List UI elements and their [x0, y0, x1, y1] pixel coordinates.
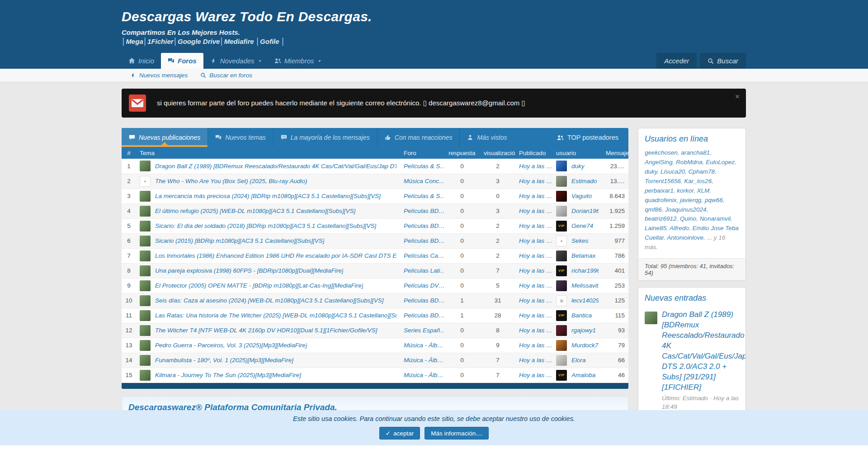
online-user-link[interactable]: javierqg — [680, 197, 701, 203]
close-icon[interactable]: × — [735, 92, 740, 101]
published-link[interactable]: Hoy a las … — [519, 237, 552, 244]
topic-link[interactable]: Seis días: Caza al asesino (2024) [WEB-D… — [155, 297, 384, 304]
subnav-link-buscar-en-foros[interactable]: Buscar en foros — [200, 72, 252, 79]
user-link[interactable]: Sekes — [571, 237, 589, 244]
online-user-link[interactable]: Kar_los26 — [684, 178, 712, 184]
online-user-link[interactable]: Laine85 — [645, 225, 666, 232]
online-user-link[interactable]: beatriz6912 — [645, 215, 677, 222]
forum-link[interactable]: Películas BD… — [404, 312, 444, 319]
published-link[interactable]: Hoy a las … — [519, 327, 552, 334]
more-info-button[interactable]: Más información.... — [425, 427, 489, 440]
tab-nuevas-publicaciones[interactable]: Nuevas publicaciones — [122, 128, 208, 147]
online-user-link[interactable]: duky — [645, 168, 657, 175]
user-link[interactable]: lecv140291 — [571, 297, 599, 304]
published-link[interactable]: Hoy a las … — [519, 222, 552, 229]
user-link[interactable]: Gene74 — [571, 222, 593, 229]
forum-link[interactable]: Música Conc… — [404, 178, 444, 184]
online-user-link[interactable]: XLM — [697, 187, 710, 194]
user-link[interactable]: Dorian1965 — [571, 208, 599, 214]
online-user-link[interactable]: Antonioinlove — [667, 234, 703, 241]
online-user-link[interactable]: quadrofenix — [645, 197, 677, 203]
nav-tab-foros[interactable]: Foros — [161, 53, 203, 69]
user-link[interactable]: duky — [571, 163, 585, 170]
online-user-link[interactable]: geekchosen — [645, 149, 678, 156]
forum-link[interactable]: Películas BD… — [404, 208, 444, 214]
online-user-link[interactable]: Cpham78 — [689, 168, 715, 175]
tab-nuevos-temas[interactable]: Nuevos temas — [208, 128, 273, 147]
user-link[interactable]: Amaloba — [571, 372, 595, 378]
topic-link[interactable]: La mercancía más preciosa (2024) [BDRip … — [155, 193, 381, 199]
user-link[interactable]: Betamax — [571, 252, 595, 259]
topic-link[interactable]: The Who - Who Are You (Box Set) (2025, B… — [155, 178, 307, 184]
published-link[interactable]: Hoy a las … — [519, 208, 552, 214]
topic-link[interactable]: Dragon Ball Z (1989) [BDRemux Reescalado… — [155, 163, 396, 170]
forum-link[interactable]: Películas Ca… — [404, 252, 444, 259]
tab-top-posteadores[interactable]: TOP posteadores — [547, 128, 628, 147]
online-user-link[interactable]: Nonaramvil — [700, 215, 731, 222]
published-link[interactable]: Hoy a las … — [519, 282, 552, 289]
topic-link[interactable]: Los Inmortales (1986) Enhanced Edition 1… — [155, 252, 396, 259]
published-link[interactable]: Hoy a las … — [519, 267, 552, 274]
forum-link[interactable]: Películas BD… — [404, 222, 444, 229]
forum-link[interactable]: Películas & S… — [404, 193, 444, 199]
published-link[interactable]: Hoy a las … — [519, 252, 552, 259]
user-link[interactable]: Estimado — [571, 178, 597, 184]
user-link[interactable]: richar1996 — [571, 267, 599, 274]
online-user-link[interactable]: qmf86 — [645, 206, 662, 213]
forum-link[interactable]: Películas BD… — [404, 237, 444, 244]
online-user-link[interactable]: arancha81 — [681, 149, 710, 156]
forum-link[interactable]: Series Españ… — [404, 327, 444, 334]
nav-tab-inicio[interactable]: Inicio — [122, 53, 161, 69]
forum-link[interactable]: Películas BD… — [404, 297, 444, 304]
topic-link[interactable]: Las Ratas: Una historia de The Witcher (… — [155, 312, 396, 319]
nav-tab-novedades[interactable]: Novedades▾ — [203, 53, 268, 69]
topic-link[interactable]: Funambulista - 180º, Vol. 1 (2025)[Mp3][… — [155, 357, 293, 364]
online-user-link[interactable]: pqw66 — [705, 197, 723, 203]
online-user-link[interactable]: Lisuca20 — [660, 168, 685, 175]
tab-con-mas-reacciones[interactable]: Con mas reacciones — [377, 128, 460, 147]
topic-link[interactable]: Una pareja explosiva (1998) 60FPS - [BDR… — [155, 267, 343, 274]
tab-más-vistos[interactable]: Más vistos — [459, 128, 514, 147]
accept-cookies-button[interactable]: ✓ aceptar — [379, 427, 420, 440]
online-user-link[interactable]: EuloLopez — [706, 159, 735, 165]
published-link[interactable]: Hoy a las … — [519, 178, 552, 184]
published-link[interactable]: Hoy a las … — [519, 297, 552, 304]
online-user-link[interactable]: Joaquinus2024 — [665, 206, 707, 213]
online-user-link[interactable]: Quino — [680, 215, 696, 222]
login-button[interactable]: Acceder — [656, 53, 697, 69]
published-link[interactable]: Hoy a las … — [519, 312, 552, 319]
published-link[interactable]: Hoy a las … — [519, 163, 552, 170]
topic-link[interactable]: Sicario (2015) [BDRip m1080p][AC3 5.1 Ca… — [155, 237, 324, 244]
online-user-link[interactable]: Torrent15656 — [645, 178, 681, 184]
forum-link[interactable]: Música - Álb… — [404, 342, 443, 349]
topic-link[interactable]: Sicario: El día del soldado (2018) [BDRi… — [155, 222, 376, 229]
user-link[interactable]: Elora — [571, 357, 586, 364]
online-user-link[interactable]: perbaixar1 — [645, 187, 674, 194]
published-link[interactable]: Hoy a las … — [519, 372, 552, 378]
forum-link[interactable]: Películas DV… — [404, 282, 444, 289]
tab-la-mayoría-de-los-mensajes[interactable]: La mayoría de los mensajes — [273, 128, 377, 147]
forum-link[interactable]: Música - Álb… — [404, 357, 443, 364]
published-link[interactable]: Hoy a las … — [519, 193, 552, 199]
user-link[interactable]: Melissavita — [571, 282, 599, 289]
topic-link[interactable]: Kilmara - Journey To The Sun (2025)[Mp3]… — [155, 372, 301, 378]
online-user-link[interactable]: Alfredo — [670, 225, 689, 232]
search-button[interactable]: Buscar — [700, 53, 746, 69]
entry-title-link[interactable]: Dragon Ball Z (1989) [BDRemux Reescalado… — [662, 310, 739, 393]
online-user-link[interactable]: RobMdna — [676, 159, 703, 165]
online-user-link[interactable]: korkor — [677, 187, 693, 194]
topic-link[interactable]: Pedro Guerra - Parceiros, Vol. 3 (2025)[… — [155, 342, 307, 349]
subnav-link-nuevos-mensajes[interactable]: Nuevos mensajes — [130, 72, 188, 79]
user-link[interactable]: Murdock78 — [571, 342, 599, 349]
published-link[interactable]: Hoy a las … — [519, 342, 552, 349]
topic-link[interactable]: El último refugio (2025) [WEB-DL m1080p]… — [155, 208, 355, 214]
nav-tab-miembros[interactable]: Miembros▾ — [268, 53, 327, 69]
topic-link[interactable]: El Protector (2005) OPEN MATTE - [BDRip … — [155, 282, 363, 289]
user-link[interactable]: Vaguito — [571, 193, 592, 199]
user-link[interactable]: Bantica — [571, 312, 592, 319]
forum-link[interactable]: Películas & S… — [404, 163, 444, 170]
topic-link[interactable]: The Witcher T4 [NTF WEB-DL 4K 2160p DV H… — [155, 327, 377, 334]
user-link[interactable]: rgajowy1 — [571, 327, 596, 334]
forum-link[interactable]: Películas Lati… — [404, 267, 444, 274]
forum-link[interactable]: Música - Álb… — [404, 372, 443, 378]
